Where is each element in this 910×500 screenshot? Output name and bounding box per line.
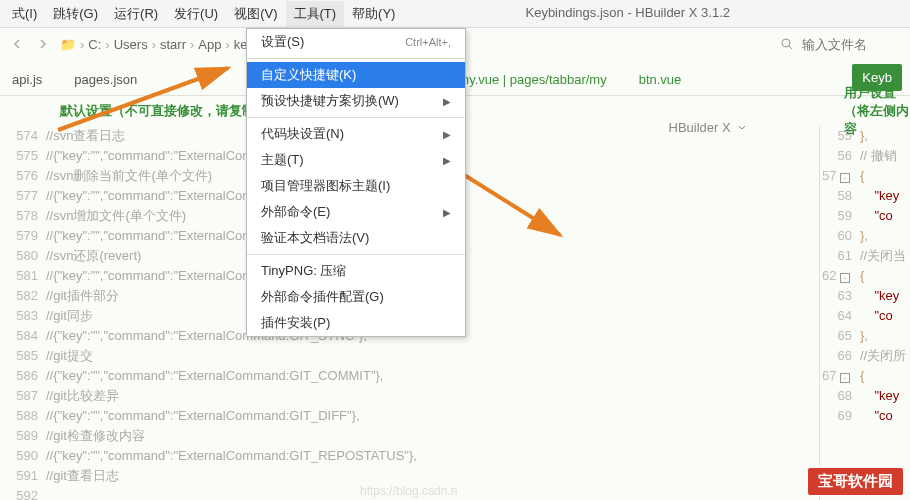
dropdown-item[interactable]: 主题(T)▶ [247, 147, 465, 173]
svg-point-0 [782, 39, 790, 47]
window-title: Keybindings.json - HBuilder X 3.1.2 [525, 5, 730, 20]
dropdown-item[interactable]: TinyPNG: 压缩 [247, 258, 465, 284]
menu-item[interactable]: 帮助(Y) [344, 1, 403, 27]
dropdown-item[interactable]: 设置(S)Ctrl+Alt+, [247, 29, 465, 55]
menu-item[interactable]: 跳转(G) [45, 1, 106, 27]
dropdown-item[interactable]: 自定义快捷键(K) [247, 62, 465, 88]
editor-right-pane[interactable]: 555657 -5859606162 -6364656667 -6869 },/… [820, 126, 910, 500]
dropdown-item[interactable]: 外部命令插件配置(G) [247, 284, 465, 310]
search-box [778, 35, 902, 53]
tools-dropdown-menu: 设置(S)Ctrl+Alt+,自定义快捷键(K)预设快捷键方案切换(W)▶代码块… [246, 28, 466, 337]
csdn-watermark: https://blog.csdn.n [360, 484, 457, 498]
search-input[interactable] [802, 37, 902, 52]
watermark-badge: 宝哥软件园 [807, 467, 904, 496]
dropdown-item[interactable]: 代码块设置(N)▶ [247, 121, 465, 147]
menu-item[interactable]: 视图(V) [226, 1, 285, 27]
dropdown-item[interactable]: 验证本文档语法(V) [247, 225, 465, 251]
dropdown-item[interactable]: 项目管理器图标主题(I) [247, 173, 465, 199]
menu-item[interactable]: 运行(R) [106, 1, 166, 27]
forward-icon[interactable] [34, 35, 52, 53]
dropdown-item[interactable]: 插件安装(P) [247, 310, 465, 336]
menu-item[interactable]: 式(I) [4, 1, 45, 27]
svg-line-1 [58, 68, 228, 130]
menu-item[interactable]: 发行(U) [166, 1, 226, 27]
menu-item[interactable]: 工具(T) [286, 1, 345, 27]
tab-btnvue[interactable]: btn.vue [635, 66, 686, 95]
annotation-arrow-1 [48, 60, 248, 140]
dropdown-item[interactable]: 外部命令(E)▶ [247, 199, 465, 225]
tab-api[interactable]: api.js [8, 66, 46, 95]
dropdown-item[interactable]: 预设快捷键方案切换(W)▶ [247, 88, 465, 114]
back-icon[interactable] [8, 35, 26, 53]
search-icon[interactable] [778, 35, 796, 53]
menubar: 式(I)跳转(G)运行(R)发行(U)视图(V)工具(T)帮助(Y) [0, 0, 910, 28]
